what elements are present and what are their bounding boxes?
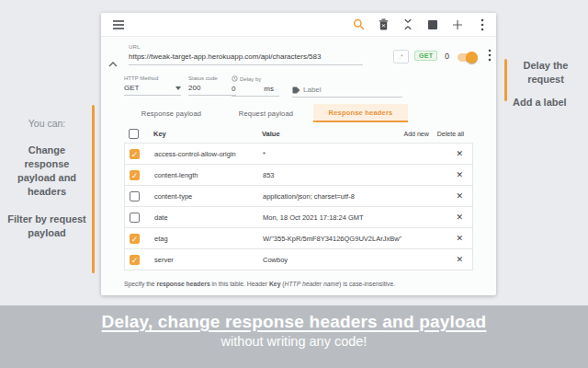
rule-more-kebab-icon[interactable] <box>488 49 492 65</box>
right-annotation-item-2: Add a label <box>511 97 581 108</box>
rule-url-row: URL https://tweak-target-app.herokuapp.c… <box>101 42 496 72</box>
delay-label: Delay by <box>232 75 279 82</box>
extension-panel: URL https://tweak-target-app.herokuapp.c… <box>101 13 496 295</box>
row-checkbox[interactable]: ✓ <box>130 255 140 265</box>
url-field[interactable]: URL https://tweak-target-app.herokuapp.c… <box>129 44 363 65</box>
status-code-input[interactable]: Status code 200 <box>188 75 236 96</box>
right-annotation-divider <box>504 59 507 101</box>
header-value: Cowboy <box>263 256 456 264</box>
row-checkbox[interactable]: ✓ <box>130 170 140 180</box>
header-value: application/json; charset=utf-8 <box>263 192 456 201</box>
rule-enable-toggle[interactable] <box>458 53 477 62</box>
header-value: Mon, 18 Oct 2021 17:18:24 GMT <box>263 213 456 222</box>
clock-icon <box>232 75 238 82</box>
header-key: etag <box>154 235 263 243</box>
http-method-value: GET <box>124 84 139 92</box>
chevron-up-icon[interactable] <box>108 54 118 71</box>
page: You can: Change response payload and hea… <box>0 0 588 368</box>
status-code-label: Status code <box>188 75 236 81</box>
header-row: ✓access-control-allow-origin*✕ <box>124 143 473 165</box>
delete-all-trash-icon[interactable] <box>377 18 390 31</box>
http-method-select[interactable]: HTTP Method GET <box>124 75 181 96</box>
value-column-header: Value <box>262 130 396 138</box>
header-key: server <box>154 256 263 264</box>
delete-all-button[interactable]: Delete all <box>437 131 464 137</box>
delay-unit: ms <box>264 85 274 93</box>
left-annotation-intro: You can: <box>7 118 86 129</box>
delete-row-icon[interactable]: ✕ <box>456 234 463 243</box>
row-checkbox[interactable]: ✓ <box>130 234 140 244</box>
row-checkbox[interactable] <box>130 213 140 223</box>
hit-count: 0 <box>445 52 449 61</box>
add-new-button[interactable]: Add new <box>404 131 429 137</box>
toggle-knob <box>466 52 478 63</box>
toolbar <box>101 13 496 37</box>
tab-response-headers[interactable]: Response headers <box>313 104 408 122</box>
regex-toggle[interactable]: .* <box>393 50 409 63</box>
collapse-all-icon[interactable] <box>401 18 414 31</box>
left-annotation-item-1: Change response payload and headers <box>7 144 86 198</box>
delete-row-icon[interactable]: ✕ <box>456 255 463 264</box>
header-row: ✓etagW/"355-KpR/5mF8Y34126QG9UV2LArJxBw"… <box>124 227 473 249</box>
header-key: access-control-allow-origin <box>154 150 263 158</box>
headers-table-header: Key Value Add new Delete all <box>124 124 473 144</box>
header-row: ✓content-length853✕ <box>124 164 473 186</box>
row-checkbox[interactable] <box>130 191 140 201</box>
headers-table-body: ✓access-control-allow-origin*✕✓content-l… <box>124 143 473 270</box>
tag-icon <box>292 86 300 94</box>
header-value: 853 <box>263 171 456 179</box>
left-annotation-divider <box>92 105 95 273</box>
banner-subtitle: without writing any code! <box>0 334 588 349</box>
rule-fields-row: HTTP Method GET Status code 200 Delay by… <box>101 74 496 101</box>
add-icon[interactable] <box>451 18 464 31</box>
stop-icon[interactable] <box>426 18 439 31</box>
header-row: content-typeapplication/json; charset=ut… <box>124 185 473 207</box>
right-annotation: Delay the request Add a label <box>511 59 581 108</box>
header-value: W/"355-KpR/5mF8Y34126QG9UV2LArJxBw" <box>263 235 456 243</box>
dropdown-arrow-icon <box>175 86 181 90</box>
header-key: date <box>154 213 263 222</box>
delay-value: 0 <box>232 85 235 93</box>
delete-row-icon[interactable]: ✕ <box>456 213 463 222</box>
label-placeholder: Label <box>303 86 322 94</box>
tab-request-payload[interactable]: Request payload <box>219 104 313 122</box>
menu-icon[interactable] <box>112 18 125 31</box>
tabs-strip: Response payloadRequest payloadResponse … <box>124 104 408 122</box>
delete-row-icon[interactable]: ✕ <box>456 191 463 201</box>
header-row: ✓serverCowboy✕ <box>124 248 473 270</box>
bottom-banner: Delay, change response headers and paylo… <box>0 305 588 368</box>
delay-input[interactable]: Delay by 0ms <box>232 75 279 97</box>
left-annotation: You can: Change response payload and hea… <box>7 118 86 240</box>
more-kebab-icon[interactable] <box>476 18 489 31</box>
banner-title: Delay, change response headers and paylo… <box>0 312 588 332</box>
delete-row-icon[interactable]: ✕ <box>456 170 463 179</box>
left-annotation-item-2: Filter by request payload <box>7 213 86 240</box>
tab-response-payload[interactable]: Response payload <box>124 104 219 122</box>
url-field-value[interactable]: https://tweak-target-app.herokuapp.com/a… <box>129 52 363 61</box>
url-field-underline <box>129 64 363 65</box>
table-footnote: Specify the response headers in this tab… <box>124 281 395 287</box>
select-all-checkbox[interactable] <box>129 129 139 139</box>
header-value: * <box>263 150 456 158</box>
key-column-header: Key <box>153 130 262 138</box>
url-field-label: URL <box>129 44 363 50</box>
status-code-value: 200 <box>188 84 200 92</box>
headers-table: Key Value Add new Delete all ✓access-con… <box>124 124 473 270</box>
http-method-label: HTTP Method <box>124 75 181 81</box>
delete-row-icon[interactable]: ✕ <box>456 149 463 158</box>
row-checkbox[interactable]: ✓ <box>130 149 140 159</box>
method-badge: GET <box>414 51 437 61</box>
header-key: content-length <box>154 171 263 179</box>
right-annotation-item-1: Delay the request <box>511 59 581 86</box>
header-row: dateMon, 18 Oct 2021 17:18:24 GMT✕ <box>124 206 473 228</box>
header-key: content-type <box>154 192 263 201</box>
label-input[interactable]: Label <box>292 75 402 98</box>
search-icon[interactable] <box>352 18 365 31</box>
